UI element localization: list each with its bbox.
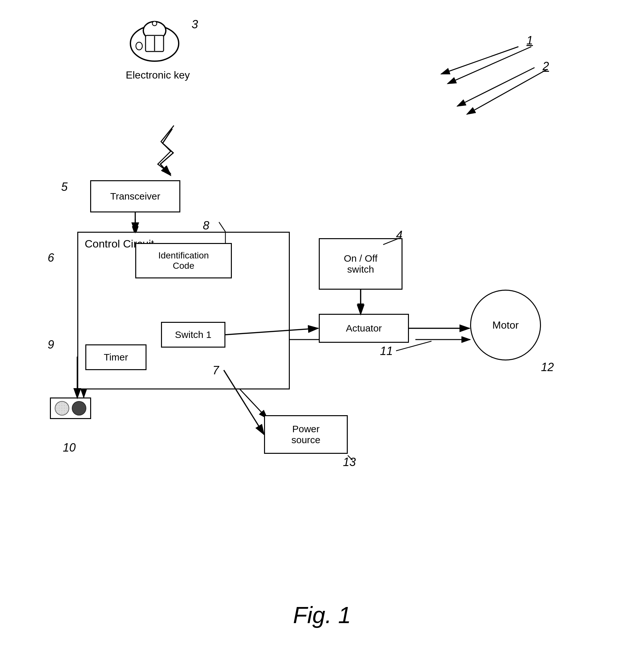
indicator-dot-right [72, 401, 86, 416]
on-off-switch-box: On / Off switch [319, 238, 402, 290]
ref-8: 8 [203, 219, 209, 232]
ref-9: 9 [48, 338, 54, 351]
transceiver-box: Transceiver [90, 180, 180, 212]
svg-line-2 [441, 47, 519, 74]
identification-code-label: Identification Code [158, 250, 209, 271]
svg-line-26 [219, 222, 225, 232]
switch1-box: Switch 1 [161, 322, 225, 348]
svg-point-16 [152, 21, 157, 26]
electronic-key-shape [125, 18, 184, 63]
motor-circle: Motor [470, 290, 541, 360]
power-source-box: Power source [264, 415, 348, 454]
power-source-label: Power source [292, 424, 320, 445]
svg-point-15 [136, 42, 142, 50]
ref-5: 5 [61, 180, 68, 194]
diagram: 3 Electronic key 1 2 Transceiver 5 Contr… [0, 0, 644, 654]
electronic-key-label: Electronic key [125, 69, 190, 81]
on-off-switch-label: On / Off switch [344, 253, 378, 275]
indicator-box [50, 397, 91, 419]
motor-label: Motor [492, 319, 519, 331]
figure-label: Fig. 1 [293, 602, 351, 628]
svg-line-3 [457, 68, 534, 106]
ref-1: 1 [527, 34, 533, 47]
indicator-dot-left [55, 401, 69, 416]
ref-4: 4 [396, 229, 402, 242]
ref-11: 11 [380, 344, 393, 358]
ref-2: 2 [543, 60, 549, 73]
identification-code-box: Identification Code [135, 243, 232, 278]
svg-line-17 [447, 47, 531, 84]
actuator-box: Actuator [319, 314, 409, 343]
ref-12: 12 [541, 360, 554, 374]
ref-10: 10 [63, 441, 76, 454]
timer-box: Timer [85, 344, 146, 370]
ref-13: 13 [343, 456, 356, 469]
ref-3: 3 [191, 18, 198, 31]
svg-line-18 [467, 69, 547, 114]
ref-6: 6 [48, 251, 54, 264]
ref-7: 7 [212, 364, 219, 377]
